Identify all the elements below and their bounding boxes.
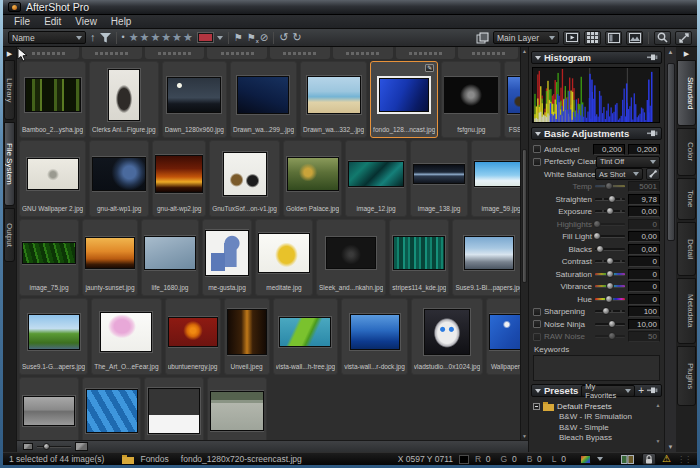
sharpening-slider[interactable] xyxy=(595,310,625,313)
scroll-down-icon[interactable]: ▼ xyxy=(654,438,662,444)
tab-plugins[interactable]: Plugins xyxy=(677,346,696,406)
scrollbar-thumb[interactable] xyxy=(522,149,527,283)
thumbnail-cell[interactable]: Clerks Ani...Figure.jpg xyxy=(89,61,159,138)
slider-value-field[interactable]: 0,00 xyxy=(628,231,660,242)
tab-metadata[interactable]: Metadata xyxy=(677,278,696,344)
panel-scrollbar[interactable]: ▲ ▼ xyxy=(664,47,676,452)
thumbnail-cell[interactable] xyxy=(144,377,204,440)
slider-knob[interactable] xyxy=(606,257,614,265)
thumbnail-image[interactable] xyxy=(326,237,376,269)
thumbnail-cell[interactable]: ubuntuenergy.jpg xyxy=(165,298,221,375)
noise-ninja-checkbox[interactable] xyxy=(533,320,541,328)
raw-noise-checkbox[interactable] xyxy=(533,333,541,341)
thumbnail-cell[interactable]: jaunty-sunset.jpg xyxy=(82,219,138,296)
thumbnail-image[interactable] xyxy=(379,78,429,112)
vibrance-slider[interactable] xyxy=(595,285,625,288)
scroll-up-icon[interactable]: ▲ xyxy=(665,47,676,57)
slider-value-field[interactable]: 0 xyxy=(628,219,660,230)
thumbnail-cell[interactable]: fsfgnu.jpg xyxy=(441,61,501,138)
thumbnail-cell[interactable] xyxy=(207,377,267,440)
thumbnail-cell[interactable]: life_1680.jpg xyxy=(141,219,199,296)
flag-reject-button[interactable]: ⚑ xyxy=(247,33,256,43)
slider-knob[interactable] xyxy=(606,207,614,215)
scroll-up-icon[interactable]: ▲ xyxy=(654,402,662,408)
thumbnail-cell[interactable]: Sleek_and...nkahn.jpg xyxy=(316,219,386,296)
slider-value-field[interactable]: 9,78 xyxy=(628,194,660,205)
menu-item-edit[interactable]: Edit xyxy=(37,16,68,27)
filter-button[interactable] xyxy=(100,33,111,43)
thumbnail-cell[interactable]: Golden Palace.jpg xyxy=(283,140,342,217)
thumbnail-image[interactable] xyxy=(393,236,445,270)
pin-icon[interactable] xyxy=(647,54,658,61)
title-bar[interactable]: AfterShot Pro xyxy=(3,0,697,15)
thumbnail-cell[interactable]: image_138.jpg xyxy=(410,140,468,217)
temp-slider[interactable] xyxy=(595,185,625,188)
basic-adjustments-header[interactable]: Basic Adjustments xyxy=(531,127,662,140)
thumbnail-cell[interactable]: image_75.jpg xyxy=(19,219,79,296)
autolevel-high-field[interactable]: 0,200 xyxy=(628,144,660,155)
sort-field-dropdown[interactable]: Name xyxy=(8,31,86,44)
slider-knob[interactable] xyxy=(606,270,614,278)
fill-light-slider[interactable] xyxy=(595,235,625,238)
menu-item-help[interactable]: Help xyxy=(104,16,139,27)
tab-standard[interactable]: Standard xyxy=(677,60,696,126)
saturation-slider[interactable] xyxy=(595,273,625,276)
layer-select-dropdown[interactable]: Main Layer xyxy=(493,31,559,44)
preset-collection-dropdown[interactable]: My Favorites xyxy=(581,385,635,397)
thumbnail-cell[interactable]: Dawn_1280x960.jpg xyxy=(162,61,227,138)
thumbnail-image[interactable] xyxy=(28,314,80,350)
lock-button[interactable] xyxy=(642,453,656,465)
collapse-expander-icon[interactable] xyxy=(533,403,540,410)
scroll-down-icon[interactable]: ▼ xyxy=(665,442,676,452)
thumbnail-cell[interactable]: Unveil.jpeg xyxy=(224,298,270,375)
thumbnail-image[interactable] xyxy=(210,391,264,431)
slider-value-field[interactable]: 5001 xyxy=(628,181,660,192)
thumbnail-image[interactable] xyxy=(148,388,200,434)
thumbnail-image[interactable] xyxy=(227,309,267,355)
thumbnail-image[interactable] xyxy=(489,314,520,350)
thumbnail-image[interactable] xyxy=(223,152,267,196)
chevron-down-icon[interactable] xyxy=(597,457,603,461)
thumbnail-image[interactable] xyxy=(413,164,465,184)
thumbnail-image[interactable] xyxy=(108,69,140,121)
eyedropper-button[interactable] xyxy=(646,168,660,180)
thumbnail-image[interactable] xyxy=(258,233,310,273)
large-thumbnails-icon[interactable] xyxy=(75,442,88,451)
slider-value-field[interactable]: 100 xyxy=(628,306,660,317)
thumbnail-cell[interactable]: Drawn_wa...332_.jpg xyxy=(300,61,367,138)
thumbnail-image[interactable] xyxy=(22,242,76,264)
thumbnail-cell[interactable]: FSS-2_1280.jpg xyxy=(504,61,520,138)
scrollbar-thumb[interactable] xyxy=(667,63,675,241)
tab-tone[interactable]: Tone xyxy=(677,178,696,220)
collapse-panel-icon[interactable]: ▶ xyxy=(676,48,697,59)
slider-knob[interactable] xyxy=(608,332,616,340)
flag-clear-button[interactable]: ⊘ xyxy=(260,33,268,43)
menu-item-view[interactable]: View xyxy=(68,16,104,27)
autolevel-checkbox[interactable] xyxy=(533,145,541,153)
slider-value-field[interactable]: 0 xyxy=(628,281,660,292)
small-thumbnails-icon[interactable] xyxy=(23,443,33,450)
autolevel-low-field[interactable]: 0,200 xyxy=(593,144,625,155)
perfectly-clear-checkbox[interactable] xyxy=(533,158,541,166)
dual-display-button[interactable] xyxy=(619,453,636,465)
image-view-button[interactable] xyxy=(626,31,643,45)
thumbnail-image[interactable] xyxy=(23,396,75,426)
collapse-arrow-icon[interactable] xyxy=(535,132,541,136)
tab-detail[interactable]: Detail xyxy=(677,222,696,276)
rotate-left-button[interactable]: ↺ xyxy=(279,32,288,43)
thumbnail-cell[interactable]: vista-wall...r-dock.jpg xyxy=(341,298,408,375)
hue-slider[interactable] xyxy=(595,298,625,301)
layers-icon[interactable] xyxy=(476,32,489,44)
histogram-header[interactable]: Histogram xyxy=(531,51,662,64)
slider-knob[interactable] xyxy=(596,245,604,253)
contrast-slider[interactable] xyxy=(595,260,625,263)
browse-view-button[interactable] xyxy=(605,31,622,45)
slider-value-field[interactable]: 0,00 xyxy=(628,206,660,217)
pin-icon[interactable] xyxy=(647,387,658,394)
slider-knob[interactable] xyxy=(593,220,601,228)
thumbnail-image[interactable] xyxy=(205,230,249,276)
tint-dropdown[interactable]: Tint Off xyxy=(596,156,660,168)
presets-scrollbar[interactable]: ▲▼ xyxy=(654,402,662,444)
preset-item[interactable]: B&W - IR Simulation xyxy=(533,412,660,423)
thumbnail-cell[interactable]: The_Art_O...eFear.jpg xyxy=(91,298,161,375)
